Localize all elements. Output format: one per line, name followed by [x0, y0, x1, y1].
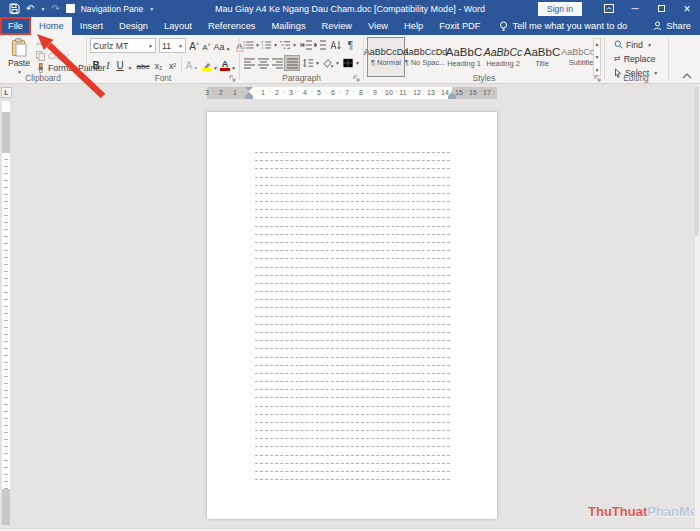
collapse-ribbon-icon[interactable]	[682, 72, 692, 79]
tell-me-box[interactable]: Tell me what you want to do	[499, 17, 628, 35]
style-item-heading-2[interactable]: AaBbCcHeading 2	[485, 38, 521, 76]
first-line-indent-marker[interactable]	[245, 87, 253, 91]
qat-customize-icon[interactable]: ▼	[149, 6, 154, 12]
paragraph-group: ▼ ▼ ▼ ¶ ▼ ▼	[241, 35, 362, 84]
navigation-pane-icon[interactable]	[66, 4, 75, 13]
tab-insert[interactable]: Insert	[72, 17, 111, 35]
tab-design[interactable]: Design	[111, 17, 156, 35]
style-item-title[interactable]: AaBbCTitle	[524, 38, 560, 76]
tab-help[interactable]: Help	[396, 17, 431, 35]
ruler-number: 2	[275, 89, 279, 97]
underline-dropdown-icon[interactable]: ▼	[126, 57, 133, 72]
style-item--no-spac-[interactable]: AaBbCcDd¶ No Spac...	[407, 38, 443, 76]
italic-button[interactable]: I	[103, 57, 113, 72]
multilevel-list-button[interactable]: ▼	[279, 38, 297, 52]
ruled-line	[255, 226, 450, 227]
style-label: Heading 1	[447, 59, 481, 68]
left-indent-marker[interactable]	[245, 96, 253, 99]
line-spacing-button[interactable]: ▼	[302, 56, 320, 70]
ruled-line	[255, 177, 450, 178]
ruled-line	[255, 258, 450, 259]
font-name-select[interactable]: Curlz MT▼	[90, 38, 156, 53]
ruler-tick: ·	[493, 88, 495, 95]
tab-view[interactable]: View	[360, 17, 396, 35]
decrease-indent-button[interactable]	[299, 38, 313, 52]
cut-button[interactable]: ✂	[36, 39, 44, 49]
show-hide-pilcrow-button[interactable]: ¶	[344, 38, 357, 52]
underline-button[interactable]: U	[115, 57, 125, 72]
undo-dropdown-icon[interactable]: ▼	[40, 6, 45, 12]
ruled-line	[255, 471, 450, 472]
grow-font-button[interactable]: A˄	[188, 38, 200, 53]
strikethrough-button[interactable]: abc	[135, 57, 151, 72]
gallery-down-icon[interactable]: ▼	[595, 54, 600, 60]
justify-button[interactable]	[285, 56, 299, 70]
font-size-select[interactable]: 11▼	[159, 38, 186, 53]
page[interactable]	[207, 112, 497, 519]
share-button[interactable]: Share	[653, 17, 700, 35]
change-case-button[interactable]: Aa▼	[214, 38, 230, 53]
font-dialog-launcher-icon[interactable]	[229, 75, 236, 82]
find-button[interactable]: Find▼	[614, 38, 652, 51]
sort-button[interactable]	[328, 38, 343, 52]
person-icon	[653, 21, 662, 31]
ruler-tick: ·	[227, 88, 229, 95]
ribbon-display-options-icon[interactable]	[596, 0, 622, 17]
align-center-button[interactable]	[257, 56, 270, 70]
ruler-number: 3	[205, 89, 209, 97]
styles-gallery: AaBbCcDd¶ NormalAaBbCcDd¶ No Spac...AaBb…	[368, 38, 599, 76]
numbering-button[interactable]: ▼	[261, 38, 278, 52]
ruler-number: 17	[483, 89, 491, 97]
borders-button[interactable]: ▼	[342, 56, 360, 70]
highlight-button[interactable]: ▼	[202, 57, 218, 72]
vertical-scrollbar-thumb[interactable]	[695, 86, 699, 236]
increase-indent-button[interactable]	[313, 38, 327, 52]
tab-foxit-pdf[interactable]: Foxit PDF	[431, 17, 488, 35]
tab-file[interactable]: File	[0, 17, 31, 35]
ruled-line	[255, 217, 450, 218]
ruler-tick: ·	[339, 88, 341, 95]
superscript-button[interactable]: x²	[166, 57, 179, 72]
close-button[interactable]: ×	[674, 0, 700, 17]
align-right-button[interactable]	[271, 56, 284, 70]
tab-home[interactable]: Home	[31, 17, 72, 35]
align-left-button[interactable]	[243, 56, 256, 70]
styles-dialog-launcher-icon[interactable]	[594, 75, 601, 82]
styles-gallery-scrollbar[interactable]: ▲ ▼ ▼	[593, 38, 601, 76]
vertical-ruler[interactable]	[2, 101, 10, 525]
copy-button[interactable]: Copy	[36, 51, 68, 61]
redo-icon[interactable]: ↷	[51, 4, 59, 14]
paragraph-dialog-launcher-icon[interactable]	[353, 75, 360, 82]
subscript-button[interactable]: x₂	[152, 57, 165, 72]
horizontal-ruler[interactable]: 3211234567891011121314151617············…	[207, 87, 497, 99]
tab-layout[interactable]: Layout	[156, 17, 200, 35]
vertical-scrollbar[interactable]	[694, 84, 700, 531]
bullets-button[interactable]: ▼	[243, 38, 260, 52]
replace-button[interactable]: ⇄ Replace	[614, 52, 656, 65]
ruler-number: 1	[261, 89, 265, 97]
tab-review[interactable]: Review	[314, 17, 360, 35]
tab-references[interactable]: References	[200, 17, 264, 35]
document-area[interactable]: L 3211234567891011121314151617··········…	[0, 84, 700, 531]
maximize-button[interactable]	[648, 0, 674, 17]
minimize-button[interactable]: ─	[622, 0, 648, 17]
sign-in-button[interactable]: Sign in	[538, 2, 582, 16]
font-color-button[interactable]: A▼	[220, 57, 236, 72]
ruled-line	[255, 291, 450, 292]
tab-mailings[interactable]: Mailings	[263, 17, 313, 35]
tab-stop-selector[interactable]: L	[1, 87, 12, 98]
find-label: Find	[626, 40, 643, 50]
style-item-heading-1[interactable]: AaBbCHeading 1	[446, 38, 482, 76]
undo-icon[interactable]: ↶	[26, 4, 34, 14]
shrink-font-button[interactable]: A˅	[201, 38, 212, 53]
gallery-up-icon[interactable]: ▲	[595, 41, 600, 47]
save-icon[interactable]	[9, 3, 20, 14]
shading-button[interactable]: ▼	[322, 56, 340, 70]
style-item--normal[interactable]: AaBbCcDd¶ Normal	[368, 38, 404, 76]
ruler-tick: ·	[283, 88, 285, 95]
bold-button[interactable]: B	[90, 57, 102, 72]
navigation-pane-label[interactable]: Navigation Pane	[81, 4, 143, 14]
text-effects-button[interactable]: A▼	[184, 57, 200, 72]
ruled-line	[255, 340, 450, 341]
ruler-tick: ·	[465, 88, 467, 95]
